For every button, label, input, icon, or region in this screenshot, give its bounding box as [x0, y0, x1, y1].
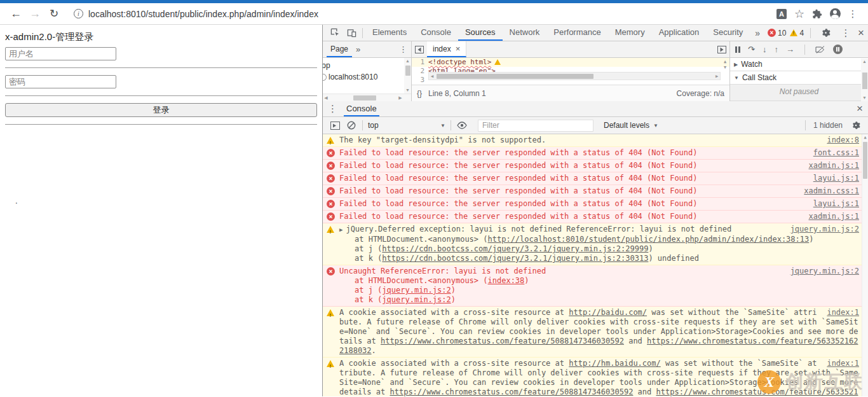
watch-section[interactable]: ▶ Watch: [730, 58, 868, 71]
settings-gear-icon[interactable]: [817, 25, 834, 41]
profile-avatar[interactable]: [826, 8, 844, 19]
step-into-icon[interactable]: ↓: [763, 45, 767, 54]
console-link[interactable]: http://localhost:8010/student/public/ind…: [488, 235, 810, 244]
password-input[interactable]: [5, 75, 116, 88]
scroll-down-icon[interactable]: ▼: [404, 87, 411, 94]
devtools-tab-memory[interactable]: Memory: [608, 25, 652, 41]
show-debugger-icon[interactable]: [714, 46, 729, 53]
navigator-menu-icon[interactable]: ⋮: [399, 45, 407, 54]
source-link[interactable]: index:1: [827, 308, 859, 317]
scroll-right-icon[interactable]: ▶: [397, 94, 403, 101]
tree-item-0[interactable]: top: [323, 60, 411, 71]
scrollbar-thumb[interactable]: [863, 142, 867, 179]
tree-item-1[interactable]: localhost:8010: [323, 71, 411, 83]
browser-menu-icon[interactable]: ⋮: [844, 8, 862, 20]
translate-icon[interactable]: A: [773, 9, 790, 19]
extensions-puzzle-icon[interactable]: [808, 9, 826, 19]
console-sidebar-icon[interactable]: [327, 118, 343, 133]
scrollbar-thumb[interactable]: [437, 74, 593, 79]
page-info-icon[interactable]: i: [74, 9, 83, 18]
scroll-down-icon[interactable]: ▼: [861, 95, 868, 101]
scroll-up-icon[interactable]: ▲: [861, 59, 868, 65]
drawer-close-icon[interactable]: ×: [857, 102, 863, 115]
console-link[interactable]: https://www.chromestatus.com/feature/508…: [390, 387, 633, 396]
login-button[interactable]: 登录: [5, 103, 317, 117]
source-link[interactable]: layui.js:1: [813, 199, 859, 209]
tab-close-icon[interactable]: ×: [456, 44, 461, 53]
clear-console-icon[interactable]: [343, 118, 360, 133]
console-settings-icon[interactable]: [848, 118, 864, 133]
console-link[interactable]: http://baidu.com/: [569, 308, 647, 317]
console-link[interactable]: https://cdn.bootcss.com/jquery/3.2.1/jqu…: [382, 244, 648, 253]
navigator-more-tabs-icon[interactable]: »: [352, 45, 364, 54]
scroll-up-icon[interactable]: ▲: [404, 58, 411, 64]
live-expression-eye-icon[interactable]: [454, 118, 470, 133]
console-vertical-scrollbar[interactable]: ▲: [862, 134, 868, 396]
console-link[interactable]: https://www.chromestatus.com/feature/508…: [381, 337, 624, 345]
source-link[interactable]: jquery.min.js:2: [790, 225, 859, 234]
devtools-tab-sources[interactable]: Sources: [458, 25, 503, 41]
hide-navigator-icon[interactable]: [412, 46, 427, 53]
console-filter-input[interactable]: [478, 120, 593, 132]
console-link[interactable]: jquery.min.js:2: [382, 286, 451, 295]
scroll-left-icon[interactable]: ◀: [323, 94, 329, 101]
devtools-close-icon[interactable]: ×: [858, 27, 864, 39]
scroll-up-icon[interactable]: ▲: [862, 134, 868, 141]
username-input[interactable]: [5, 47, 116, 60]
call-stack-section[interactable]: ▼ Call Stack: [730, 71, 868, 85]
source-link[interactable]: xadmin.js:1: [809, 161, 859, 171]
device-toolbar-icon[interactable]: [343, 25, 360, 41]
navigator-vertical-scrollbar[interactable]: ▲ ▼: [404, 58, 411, 94]
source-link[interactable]: xadmin.js:1: [809, 212, 859, 221]
forward-button[interactable]: →: [25, 7, 44, 20]
scroll-left-icon[interactable]: ◀: [429, 73, 435, 80]
scrollbar-thumb[interactable]: [353, 95, 376, 101]
debugger-vertical-scrollbar[interactable]: ▲ ▼: [861, 59, 868, 101]
reload-button[interactable]: ↻: [44, 7, 64, 20]
step-out-icon[interactable]: ↑: [774, 45, 778, 54]
pause-on-exceptions-icon[interactable]: [833, 45, 843, 54]
code-editor[interactable]: 1<!doctype html>2<html lang="en">3 ◀ ▶ ▲…: [412, 58, 729, 85]
devtools-tab-network[interactable]: Network: [503, 25, 547, 41]
editor-tab-index[interactable]: index ×: [427, 41, 466, 57]
editor-horizontal-scrollbar[interactable]: ◀ ▶: [428, 72, 721, 80]
console-link[interactable]: https://cdn.bootcss.com/jquery/3.2.1/jqu…: [382, 254, 648, 263]
step-over-icon[interactable]: ↷: [748, 45, 755, 54]
address-bar[interactable]: i localhost:8010/student/public/index.ph…: [69, 5, 768, 23]
log-levels-selector[interactable]: Default levels ▼: [604, 121, 658, 130]
source-link[interactable]: xadmin.css:1: [804, 186, 859, 196]
context-selector[interactable]: top ▼: [365, 121, 448, 130]
console-link[interactable]: index:38: [488, 276, 525, 285]
back-button[interactable]: ←: [6, 7, 25, 20]
bookmark-star-icon[interactable]: ☆: [790, 7, 808, 21]
tab-console-drawer[interactable]: Console: [344, 101, 379, 116]
scroll-right-icon[interactable]: ▶: [714, 73, 720, 80]
devtools-tab-security[interactable]: Security: [706, 25, 750, 41]
drawer-menu-icon[interactable]: ⋮: [328, 103, 337, 115]
navigator-horizontal-scrollbar[interactable]: ◀ ▶: [323, 94, 411, 101]
devtools-menu-icon[interactable]: ⋮: [837, 25, 854, 41]
devtools-tab-console[interactable]: Console: [414, 25, 458, 41]
devtools-tab-performance[interactable]: Performance: [546, 25, 607, 41]
console-link[interactable]: jquery.min.js:2: [382, 295, 451, 304]
source-link[interactable]: index:1: [827, 359, 859, 368]
deactivate-breakpoints-icon[interactable]: [815, 46, 825, 53]
devtools-tab-elements[interactable]: Elements: [365, 25, 414, 41]
source-link[interactable]: layui.js:1: [813, 174, 859, 183]
tab-page[interactable]: Page: [327, 41, 352, 57]
source-link[interactable]: index:8: [827, 136, 859, 145]
scrollbar-thumb[interactable]: [862, 73, 867, 89]
error-count-badge[interactable]: ×10: [768, 29, 786, 38]
devtools-tab-application[interactable]: Application: [652, 25, 707, 41]
scroll-down-icon[interactable]: ▼: [724, 65, 726, 70]
source-link[interactable]: font.css:1: [813, 148, 859, 158]
scroll-up-icon[interactable]: ▲: [724, 59, 726, 64]
source-link[interactable]: jquery.min.js:2: [790, 267, 859, 276]
step-icon[interactable]: →: [786, 45, 794, 54]
console-link[interactable]: http://hm.baidu.com/: [569, 359, 661, 368]
inspect-element-icon[interactable]: [327, 25, 343, 41]
more-tabs-icon[interactable]: »: [750, 28, 765, 38]
editor-vertical-scrollbar[interactable]: ▲ ▼: [721, 59, 729, 71]
warning-count-badge[interactable]: 4: [790, 29, 804, 38]
scrollbar-thumb[interactable]: [405, 66, 410, 76]
